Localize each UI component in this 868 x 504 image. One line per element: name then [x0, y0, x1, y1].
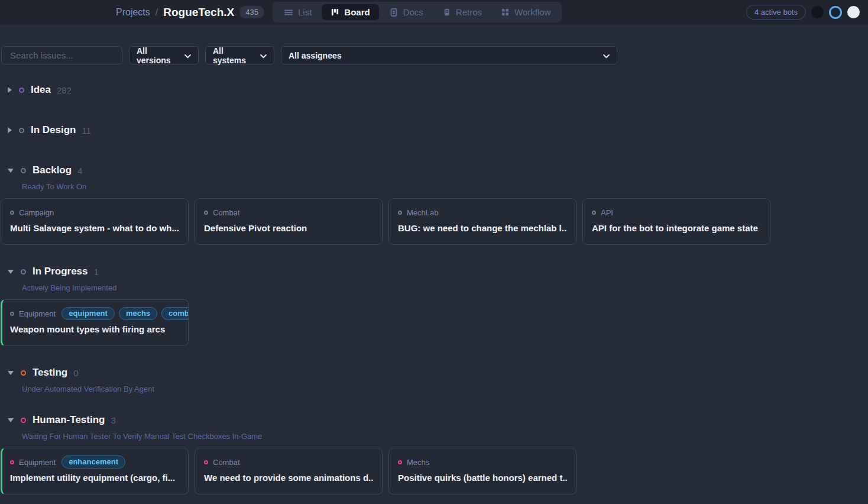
breadcrumb: Projects / RogueTech.X 435 [116, 6, 264, 19]
status-group: Backlog 4 Ready To Work On Campaign Mult… [0, 164, 868, 245]
breadcrumb-separator: / [156, 7, 158, 18]
systems-select[interactable]: All systems [205, 46, 274, 64]
status-group: Human-Testing 3 Waiting For Human Tester… [0, 413, 868, 495]
assignees-select[interactable]: All assignees [281, 46, 617, 64]
tab-label: Board [344, 7, 370, 17]
group-count: 3 [111, 415, 115, 425]
card-category: Mechs [407, 458, 429, 467]
issue-card[interactable]: Equipment equipmentmechscomb Weapon moun… [1, 299, 189, 346]
status-group: Idea 282 [0, 83, 868, 96]
collapse-arrow-icon[interactable] [8, 371, 14, 375]
issue-card[interactable]: Equipment enhancement Implement utility … [1, 448, 189, 495]
workflow-icon [501, 8, 510, 17]
card-title: Implement utility equipment (cargo, fi..… [10, 473, 179, 483]
card-status-ring-icon [592, 211, 596, 215]
group-title: Idea [31, 84, 51, 96]
theme-dark-button[interactable] [811, 6, 824, 18]
group-header[interactable]: Testing 0 [0, 366, 868, 379]
issue-card[interactable]: Mechs Positive quirks (battle honors) ea… [388, 448, 576, 495]
collapse-arrow-icon[interactable] [8, 169, 14, 173]
card-title: Weapon mount types with firing arcs [10, 324, 179, 334]
status-ring-icon [21, 269, 26, 274]
chevron-down-icon [180, 51, 191, 60]
group-count: 4 [77, 166, 82, 176]
card-category: API [601, 208, 613, 217]
card-tags: equipmentmechscomb [61, 307, 186, 320]
label-tag[interactable]: comb [161, 307, 189, 320]
card-header: Equipment equipmentmechscomb [10, 307, 179, 320]
group-header[interactable]: Backlog 4 [0, 164, 868, 177]
group-subtitle: Waiting For Human Tester To Verify Manua… [22, 432, 868, 441]
issue-card[interactable]: Campaign Multi Salavage system - what to… [1, 198, 189, 245]
issue-card[interactable]: MechLab BUG: we need to change the mechl… [388, 198, 576, 245]
label-tag[interactable]: equipment [61, 307, 115, 320]
label-tag[interactable]: mechs [119, 307, 157, 320]
project-title: RogueTech.X [163, 6, 234, 19]
card-status-ring-icon [10, 312, 14, 316]
issue-card[interactable]: Combat Defensive Pivot reaction [195, 198, 383, 245]
card-category: Campaign [19, 208, 54, 217]
card-title: Positive quirks (battle honors) earned t… [398, 473, 567, 483]
issue-card[interactable]: Combat We need to provide some animation… [195, 448, 383, 495]
collapse-arrow-icon[interactable] [8, 270, 14, 274]
issue-card[interactable]: API API for the bot to integorate game s… [582, 198, 770, 245]
card-category: Combat [213, 458, 240, 467]
active-bots-badge: 4 active bots [746, 5, 806, 20]
versions-select[interactable]: All versions [129, 46, 199, 64]
chevron-down-icon [255, 51, 267, 60]
group-count: 0 [73, 368, 78, 378]
filter-bar: All versions All systems All assignees [1, 46, 868, 64]
group-header[interactable]: In Design 11 [0, 124, 868, 137]
collapse-arrow-icon[interactable] [8, 418, 14, 422]
board-icon [331, 8, 339, 17]
status-ring-icon [21, 168, 26, 173]
cards-row: Equipment equipmentmechscomb Weapon moun… [0, 299, 868, 346]
breadcrumb-projects-link[interactable]: Projects [116, 7, 150, 18]
cards-row: Equipment enhancement Implement utility … [0, 448, 868, 495]
assignees-select-value: All assignees [289, 51, 342, 60]
group-subtitle: Actively Being Implemented [22, 283, 868, 292]
card-header: Campaign [10, 206, 179, 219]
tab-docs[interactable]: Docs [380, 4, 432, 20]
tab-list[interactable]: List [275, 4, 320, 20]
theme-dim-button[interactable] [829, 6, 842, 19]
top-bar: Projects / RogueTech.X 435 List Board Do… [0, 0, 868, 24]
group-title: Human-Testing [33, 414, 105, 426]
card-header: Mechs [398, 455, 567, 469]
tab-label: Retros [456, 7, 482, 17]
topbar-right: 4 active bots [746, 5, 860, 20]
card-category: Equipment [19, 458, 56, 467]
status-ring-icon [19, 128, 24, 133]
versions-select-value: All versions [137, 46, 180, 65]
list-icon [284, 8, 293, 17]
group-count: 1 [94, 267, 99, 277]
group-header[interactable]: Idea 282 [0, 83, 868, 96]
card-category: Equipment [19, 309, 56, 318]
tab-workflow[interactable]: Workflow [492, 4, 559, 20]
card-status-ring-icon [398, 211, 402, 215]
retros-icon [442, 8, 451, 17]
card-header: MechLab [398, 206, 567, 219]
group-title: Testing [33, 367, 67, 379]
status-ring-icon [21, 418, 26, 423]
collapse-arrow-icon[interactable] [8, 127, 12, 133]
tab-board[interactable]: Board [322, 4, 378, 20]
card-status-ring-icon [204, 460, 208, 464]
status-ring-icon [21, 370, 26, 376]
docs-icon [389, 8, 399, 17]
theme-light-button[interactable] [847, 6, 860, 18]
tab-retros[interactable]: Retros [433, 4, 491, 20]
group-header[interactable]: Human-Testing 3 [0, 413, 868, 427]
board: Idea 282 In Design 11 Backlog 4 Ready To… [0, 64, 868, 495]
group-header[interactable]: In Progress 1 [0, 265, 868, 278]
issue-count-badge: 435 [239, 6, 264, 18]
group-count: 282 [57, 85, 72, 95]
label-tag[interactable]: enhancement [61, 455, 125, 469]
card-tags: enhancement [61, 455, 125, 469]
card-title: API for the bot to integorate game state [592, 223, 761, 233]
group-count: 11 [82, 125, 92, 135]
card-header: Equipment enhancement [10, 455, 179, 469]
search-input[interactable] [1, 46, 122, 64]
collapse-arrow-icon[interactable] [8, 87, 12, 93]
card-title: Defensive Pivot reaction [204, 223, 373, 233]
